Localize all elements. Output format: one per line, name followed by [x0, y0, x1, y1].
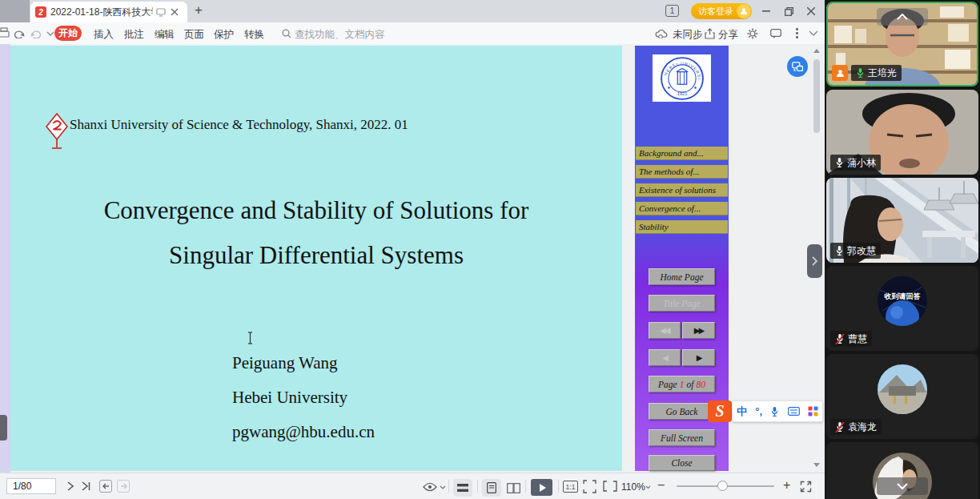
page-indicator-button[interactable]: Page1of80 — [649, 376, 715, 392]
toolbar-expand-icon[interactable] — [46, 31, 54, 36]
ribbon-collapse-icon[interactable] — [809, 30, 818, 37]
video-tile-6[interactable] — [826, 442, 978, 499]
search-icon[interactable] — [282, 29, 291, 38]
next-page-button[interactable]: ▶ — [682, 349, 715, 366]
participant-name: 曹慧 — [848, 332, 867, 346]
slide-title-line2: Singular Differential Systems — [10, 241, 622, 270]
home-page-button[interactable]: Home Page — [649, 268, 715, 285]
zoom-dropdown-icon[interactable] — [645, 485, 651, 489]
tab-close-icon[interactable] — [171, 8, 179, 16]
ime-mic-icon[interactable] — [770, 406, 779, 417]
menu-convert[interactable]: 转换 — [244, 28, 264, 42]
mic-on-icon — [856, 67, 865, 78]
share-icon[interactable] — [705, 28, 715, 39]
tab-list-button[interactable]: 1 — [665, 5, 679, 17]
gear-icon[interactable] — [747, 28, 758, 39]
full-screen-button[interactable]: Full Screen — [649, 429, 715, 446]
mic-muted-icon — [835, 333, 845, 344]
eye-protect-icon[interactable] — [423, 482, 437, 492]
menu-protect[interactable]: 保护 — [214, 28, 234, 42]
history-back-button[interactable] — [99, 480, 112, 493]
ribbon-toolbar: 开始 插入 批注 编辑 页面 保护 转换 查找功能、文档内容 未同步 分享 — [0, 22, 825, 45]
ime-toolbar: S 中 °, — [708, 400, 823, 422]
slide-title-line1: Convergence and Stability of Solutions f… — [10, 196, 622, 225]
slide-email: pgwang@hbu.edu.cn — [232, 422, 375, 442]
comment-icon[interactable] — [770, 29, 781, 38]
zoom-out-button[interactable]: − — [657, 478, 665, 493]
sogou-logo-icon[interactable]: S — [708, 400, 732, 422]
menu-edit[interactable]: 编辑 — [155, 28, 175, 42]
minimize-button[interactable] — [759, 4, 773, 18]
text-cursor — [247, 331, 254, 345]
fit-width-icon[interactable] — [603, 481, 617, 492]
next-page-icon[interactable] — [67, 481, 74, 491]
ime-mode-button[interactable]: 中 — [737, 404, 747, 419]
university-logo: HEBEI UNIVERSITY 1921 — [653, 54, 711, 102]
share-label[interactable]: 分享 — [718, 28, 738, 42]
restore-button[interactable] — [781, 4, 796, 18]
new-tab-button[interactable]: + — [195, 2, 203, 18]
fit-page-icon[interactable] — [583, 480, 596, 493]
avatar-caption: 收到请回答 — [870, 292, 934, 302]
single-page-button[interactable] — [482, 479, 501, 497]
ime-punctuation-button[interactable]: °, — [755, 405, 762, 417]
nav-section-existence[interactable]: Existence of solutions — [636, 183, 728, 197]
picture-in-picture-button[interactable] — [787, 56, 808, 77]
nav-section-background[interactable]: Background and... — [636, 147, 728, 160]
eye-dropdown-icon[interactable] — [440, 485, 446, 489]
nav-section-methods[interactable]: The methods of... — [636, 165, 728, 179]
undo-icon[interactable] — [13, 28, 25, 38]
search-input[interactable]: 查找功能、文档内容 — [295, 28, 385, 42]
scroll-down-icon[interactable] — [813, 463, 820, 467]
scroll-up-icon[interactable] — [813, 49, 820, 53]
menu-annotate[interactable]: 批注 — [124, 28, 144, 42]
left-panel-handle[interactable] — [0, 415, 7, 441]
scroll-participants-down-button[interactable] — [877, 477, 928, 495]
video-tile-5[interactable]: 袁海龙 — [826, 354, 978, 439]
video-tile-1[interactable]: 王培光 — [826, 2, 978, 87]
title-page-button[interactable]: Title Page — [649, 295, 715, 312]
left-panel-strip — [0, 44, 10, 473]
video-tile-4[interactable]: 收到请回答 曹慧 — [826, 266, 978, 351]
last-page-button[interactable]: ▶▶ — [682, 322, 715, 339]
two-page-button[interactable] — [504, 479, 523, 497]
zoom-slider-knob[interactable] — [717, 481, 728, 491]
ime-toolbox-icon[interactable] — [808, 406, 818, 417]
video-tile-2[interactable]: 蒲小林 — [826, 90, 978, 175]
play-presentation-button[interactable] — [531, 479, 552, 496]
menu-insert[interactable]: 插入 — [94, 28, 114, 42]
more-options-icon[interactable] — [796, 28, 798, 38]
ime-keyboard-icon[interactable] — [788, 407, 800, 416]
last-page-icon[interactable] — [82, 481, 90, 491]
actual-size-button[interactable]: 1:1 — [563, 481, 578, 493]
zoom-level[interactable]: 110% — [621, 481, 645, 493]
collapse-panel-button[interactable] — [877, 8, 928, 26]
nav-section-stability[interactable]: Stability — [636, 220, 728, 234]
menu-start[interactable]: 开始 — [54, 26, 82, 41]
video-tile-3[interactable]: 郭改慧 — [826, 178, 978, 263]
zoom-in-button[interactable]: + — [783, 478, 790, 493]
panel-expand-tab[interactable] — [807, 244, 822, 278]
scrollbar-thumb[interactable] — [813, 59, 820, 133]
printer-icon[interactable] — [0, 27, 10, 39]
close-button-beamer[interactable]: Close — [649, 455, 715, 471]
history-forward-button[interactable] — [117, 480, 130, 493]
prev-page-button[interactable]: ◀ — [649, 349, 681, 366]
participant-label: 袁海龙 — [830, 419, 882, 435]
go-back-button[interactable]: Go Back — [649, 403, 715, 420]
redo-icon[interactable] — [30, 28, 42, 38]
close-button[interactable] — [804, 4, 818, 18]
participant-label: 郭改慧 — [830, 243, 881, 259]
pdf-page[interactable]: Shanxi University of Science & Technolog… — [10, 46, 622, 471]
participant-label: 王培光 — [851, 65, 902, 81]
page-number-input[interactable]: 1/80 — [6, 478, 56, 494]
fullscreen-icon[interactable] — [800, 481, 812, 493]
document-tab[interactable]: 2 2022-01-18-陕西科技大学.pdf — [30, 2, 187, 22]
nav-section-convergence[interactable]: Convergence of... — [636, 202, 728, 215]
first-page-button[interactable]: ◀◀ — [649, 322, 681, 339]
guest-login-button[interactable]: 访客登录 — [691, 3, 752, 19]
menu-page[interactable]: 页面 — [184, 28, 204, 42]
cloud-sync-icon[interactable] — [655, 29, 669, 38]
tab-device-icon[interactable] — [156, 8, 166, 17]
continuous-layout-button[interactable] — [453, 479, 472, 497]
